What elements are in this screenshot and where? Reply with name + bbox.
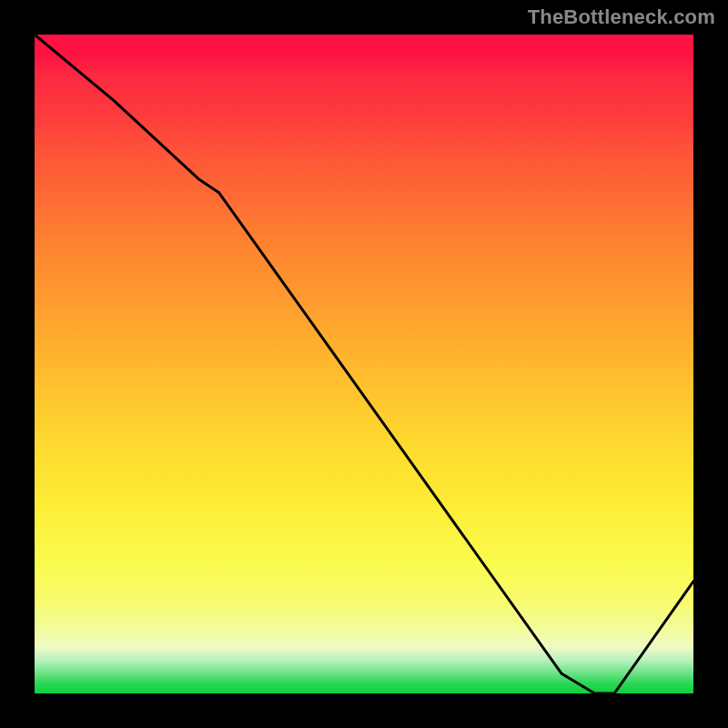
bottleneck-curve (35, 35, 693, 693)
plot-area (35, 35, 693, 693)
watermark-text: TheBottleneck.com (528, 5, 715, 29)
chart-frame: TheBottleneck.com (0, 0, 728, 728)
